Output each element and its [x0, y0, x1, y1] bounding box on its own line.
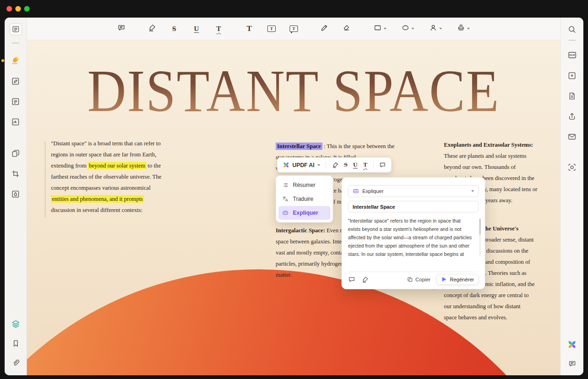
scrollbar-thumb[interactable] [479, 218, 481, 235]
underline-tool[interactable]: U [190, 22, 203, 36]
text-run: Intergalactic Space: [276, 227, 325, 234]
forms-button[interactable] [10, 95, 22, 107]
text-callout-tool[interactable]: T [287, 22, 300, 36]
ai-explain-panel: Expliquer Interstellar Space "Interstell… [341, 177, 485, 289]
layers-button[interactable] [10, 318, 22, 330]
caret-down-icon [411, 28, 414, 30]
toolbar-divider [326, 162, 326, 169]
response-scrollbar[interactable] [479, 218, 481, 256]
text-line: discussion in several different contexts… [51, 205, 190, 216]
updf-ai-dropdown-button[interactable]: UPDF AI [283, 162, 320, 168]
comment-tool-button[interactable] [10, 54, 22, 66]
ellipse-icon [401, 24, 410, 34]
bookmarks-button[interactable] [10, 337, 22, 349]
highlight-tool-mini[interactable] [332, 162, 339, 168]
stamp-tool[interactable] [454, 22, 473, 36]
text-line: These are planets and solar systems [444, 150, 559, 162]
updf-ai-logo-icon [283, 162, 290, 168]
close-button[interactable] [6, 6, 12, 12]
text-line: farthest reaches of the observable unive… [51, 171, 190, 182]
underline-tool-mini[interactable]: U [353, 161, 358, 169]
copy-button[interactable]: Copier [407, 276, 430, 283]
watermark-button[interactable] [10, 188, 22, 200]
add-comment-action[interactable] [348, 276, 355, 283]
page-tools-button[interactable] [566, 90, 578, 102]
eraser-icon [342, 24, 351, 34]
add-text-tool[interactable]: T [243, 22, 256, 36]
regenerate-button[interactable]: Regénérer [436, 274, 479, 285]
annotation-toolbar: S U T T T T [27, 18, 560, 40]
translate-icon [282, 196, 289, 202]
crop-pages-button[interactable] [10, 168, 22, 180]
attachments-button[interactable] [10, 357, 22, 369]
updf-ai-logo-icon [567, 340, 577, 349]
highlight-tool[interactable] [145, 22, 158, 36]
comment-tool[interactable] [115, 22, 128, 36]
menu-item-explain[interactable]: Expliquer [278, 206, 330, 220]
crop-icon [11, 169, 20, 178]
feedback-icon [568, 360, 576, 368]
menu-item-translate[interactable]: Traduire [278, 192, 330, 206]
ocr-button[interactable]: OCR [566, 49, 578, 61]
caret-down-icon [317, 164, 320, 166]
signature-tool[interactable] [426, 22, 445, 36]
squiggly-tool-mini[interactable]: T [363, 161, 367, 169]
document-title: DISTANT SPACE [27, 61, 560, 114]
text-line: Interstellar Space : This is the space b… [276, 141, 415, 152]
text-line: extending from beyond our solar system t… [51, 160, 190, 171]
comment-icon [117, 24, 126, 34]
rectangle-tool[interactable] [371, 22, 389, 36]
reader-mode-button[interactable] [10, 23, 22, 35]
sidebar-divider [569, 40, 576, 41]
titlebar [0, 0, 588, 18]
pencil-tool[interactable] [318, 22, 331, 36]
bookmark-icon [12, 339, 20, 348]
organize-pages-icon [11, 149, 20, 158]
search-button[interactable] [566, 23, 578, 35]
highlight-action[interactable] [361, 276, 369, 283]
page-tools-icon [568, 92, 576, 100]
compress-icon [568, 71, 576, 80]
app-frame: S U T T T T [5, 18, 583, 375]
minimize-button[interactable] [15, 6, 21, 12]
rectangle-icon [373, 24, 382, 34]
text-box-tool[interactable]: T [265, 22, 278, 36]
signature-icon [429, 24, 437, 34]
ellipse-tool[interactable] [398, 22, 417, 36]
ocr-icon: OCR [568, 50, 577, 60]
ai-query-field[interactable]: Interstellar Space [348, 201, 479, 212]
sign-button[interactable] [10, 116, 22, 128]
highlighter-icon [148, 24, 156, 34]
strikethrough-tool[interactable]: S [168, 22, 181, 36]
caret-down-icon [384, 28, 386, 30]
zoom-button[interactable] [24, 6, 30, 12]
app-window: S U T T T T [0, 0, 588, 379]
feedback-button[interactable] [566, 358, 578, 370]
menu-item-summarize[interactable]: Résumer [278, 178, 330, 192]
email-button[interactable] [566, 130, 578, 143]
pencil-icon [320, 24, 329, 34]
text-line: our understanding of how distant [444, 301, 559, 312]
eraser-tool[interactable] [340, 22, 353, 36]
paperclip-icon [12, 359, 20, 367]
share-button[interactable] [566, 110, 578, 122]
updf-ai-button[interactable] [566, 338, 578, 350]
text-line: entities and phenomena, and it prompts [51, 193, 190, 205]
layers-icon [11, 319, 20, 329]
organize-pages-button[interactable] [10, 147, 22, 159]
compress-button[interactable] [566, 69, 578, 81]
column-rule [45, 141, 45, 217]
strikethrough-tool-mini[interactable]: S [344, 161, 348, 169]
capture-button[interactable] [566, 161, 578, 173]
highlight-annotation[interactable]: entities and phenomena, and it prompts [51, 195, 144, 203]
caret-down-icon [467, 28, 470, 30]
squiggly-underline-tool[interactable]: T [212, 22, 225, 36]
text-callout-icon: T [290, 25, 298, 32]
edit-pdf-button[interactable] [10, 75, 22, 87]
comment-tool-mini[interactable] [379, 162, 386, 168]
forms-icon [11, 97, 20, 106]
left-sidebar [5, 18, 27, 375]
ai-mode-dropdown[interactable]: Expliquer [348, 185, 479, 197]
highlight-annotation[interactable]: Interstellar Space [276, 143, 322, 150]
highlight-annotation[interactable]: beyond our solar system [88, 162, 146, 169]
